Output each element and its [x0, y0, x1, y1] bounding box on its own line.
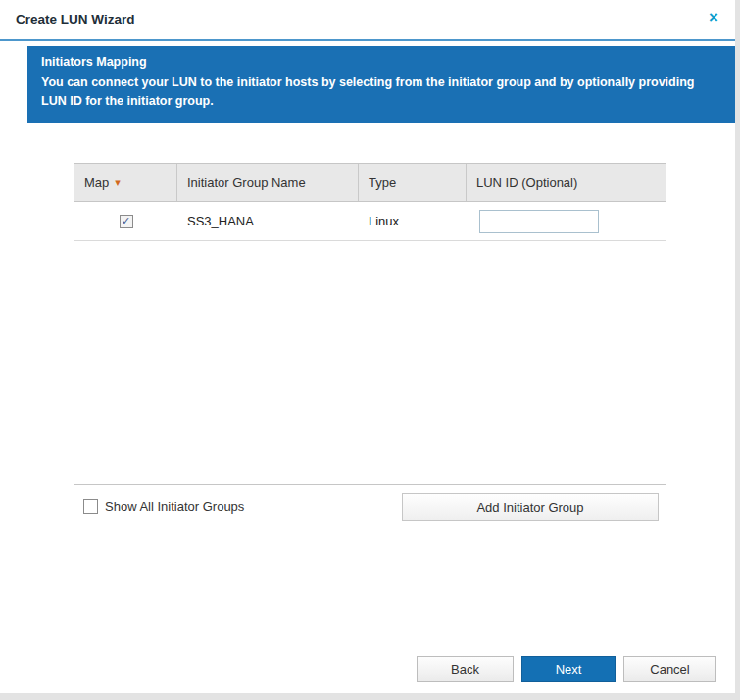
column-header-type: Type	[359, 164, 467, 201]
next-button[interactable]: Next	[521, 656, 616, 682]
initiator-groups-table: Map ▾ Initiator Group Name Type LUN ID (…	[74, 163, 666, 485]
table-row: ✓ SS3_HANA Linux	[74, 202, 666, 241]
show-all-initiator-groups: Show All Initiator Groups	[83, 499, 244, 514]
map-cell: ✓	[74, 215, 177, 228]
wizard-step-banner: Initiators Mapping You can connect your …	[27, 46, 735, 123]
checkmark-icon: ✓	[122, 216, 130, 226]
group-name-cell: SS3_HANA	[177, 214, 359, 228]
lun-id-cell	[467, 210, 666, 233]
dialog-titlebar: Create LUN Wizard ×	[0, 0, 740, 39]
right-edge-strip	[735, 0, 740, 700]
step-description: You can connect your LUN to the initiato…	[41, 74, 717, 111]
show-all-label: Show All Initiator Groups	[105, 499, 244, 514]
dialog-title: Create LUN Wizard	[16, 12, 134, 26]
show-all-checkbox[interactable]	[83, 499, 98, 514]
sort-caret-icon[interactable]: ▾	[115, 176, 121, 189]
map-checkbox[interactable]: ✓	[120, 215, 133, 228]
step-heading: Initiators Mapping	[41, 55, 721, 69]
column-header-lun-id: LUN ID (Optional)	[467, 164, 666, 201]
close-icon[interactable]: ×	[709, 9, 718, 25]
back-button[interactable]: Back	[417, 656, 514, 682]
title-divider-line	[0, 39, 740, 41]
add-initiator-group-button[interactable]: Add Initiator Group	[402, 493, 659, 521]
type-cell: Linux	[359, 214, 467, 228]
lun-id-input[interactable]	[479, 210, 599, 233]
table-header-row: Map ▾ Initiator Group Name Type LUN ID (…	[74, 164, 666, 202]
column-header-map[interactable]: Map ▾	[74, 164, 177, 201]
cancel-button[interactable]: Cancel	[623, 656, 716, 682]
bottom-edge-strip	[0, 693, 740, 700]
column-header-group-name: Initiator Group Name	[177, 164, 359, 201]
column-header-map-label: Map	[84, 175, 109, 190]
